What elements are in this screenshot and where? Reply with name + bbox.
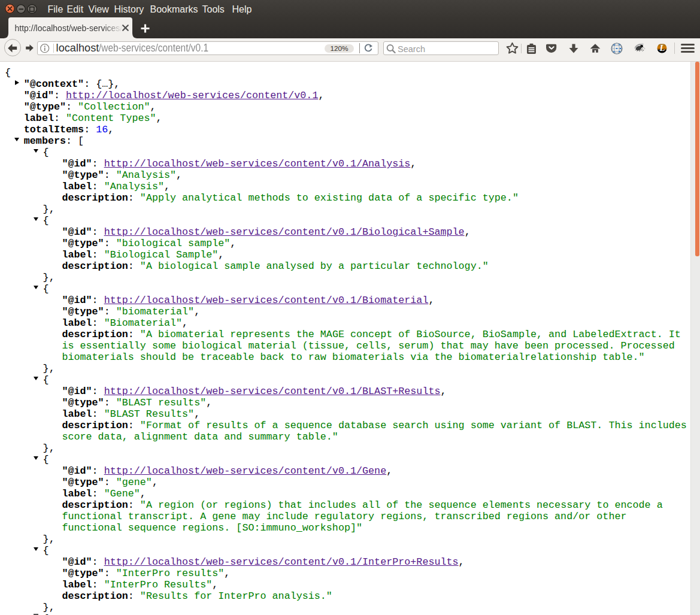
svg-text:L: L <box>659 43 665 53</box>
